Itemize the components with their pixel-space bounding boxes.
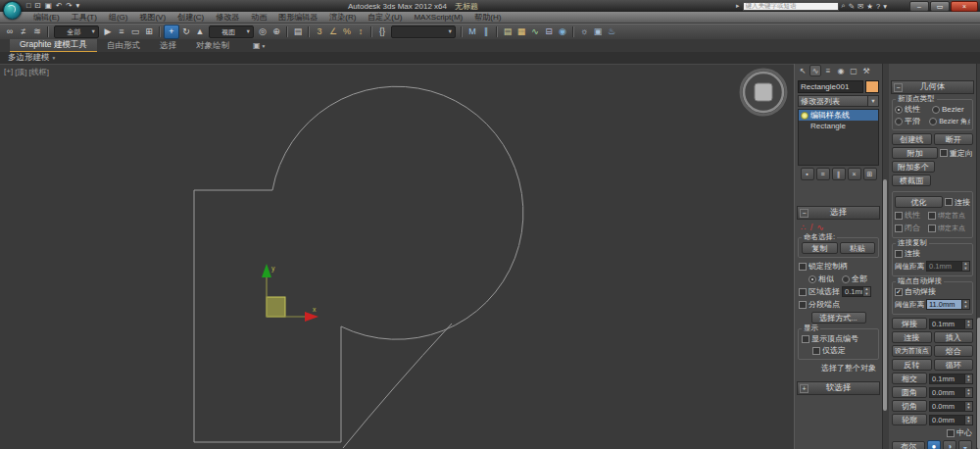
menu-item[interactable]: 渲染(R)	[323, 12, 362, 23]
right-column-scrollbar[interactable]	[976, 64, 980, 449]
vertex-type-bezier-corner-radio[interactable]	[929, 118, 937, 125]
redo-icon[interactable]: ↷	[66, 1, 72, 11]
refine-button[interactable]: 优化	[895, 196, 943, 208]
pin-stack-icon[interactable]: ▪	[801, 168, 814, 180]
paste-named-selection-button[interactable]: 粘贴	[840, 242, 876, 254]
modifier-stack-row[interactable]: 编辑样条线	[799, 110, 878, 121]
tab-display[interactable]: ▢	[848, 65, 859, 76]
menu-item[interactable]: 帮助(H)	[468, 12, 507, 23]
spinner-arrows[interactable]: ▴▾	[964, 388, 972, 397]
render-production-icon[interactable]: ♨ ▼	[605, 25, 618, 38]
scrollbar-thumb[interactable]	[883, 179, 887, 411]
fillet-button[interactable]: 圆角	[892, 386, 927, 398]
viewport-menu-pov[interactable]: [顶]	[15, 67, 26, 77]
use-pivot-point-center-icon[interactable]: ◎ ▼	[256, 25, 270, 38]
selected-only-checkbox[interactable]	[812, 347, 820, 355]
toolbar-separator[interactable]: ▼	[572, 26, 574, 37]
menu-item[interactable]: 动画	[245, 12, 272, 23]
align-icon[interactable]: ∥ ▼	[479, 25, 493, 38]
gizmo-y-arrowhead-icon[interactable]	[262, 264, 271, 277]
outline-center-checkbox[interactable]	[947, 429, 955, 437]
toolbar-separator[interactable]: ▼	[47, 26, 49, 37]
named-selection-sets-dropdown[interactable]: ▼	[391, 25, 456, 38]
material-editor-icon[interactable]: ◉ ▼	[556, 25, 569, 38]
menu-item[interactable]: 图形编辑器	[272, 12, 323, 23]
vertex-type-linear-radio[interactable]	[895, 106, 903, 114]
spinner-arrows[interactable]: ▴▾	[961, 262, 969, 271]
segment-sublevel-icon[interactable]: /	[810, 223, 813, 232]
vertex-type-smooth-radio[interactable]	[895, 118, 903, 125]
viewport-canvas[interactable]: y x	[0, 65, 794, 449]
boolean-intersection-icon[interactable]: ◒	[958, 440, 972, 449]
expand-icon[interactable]: +	[800, 384, 808, 393]
attach-multiple-button[interactable]: 附加多个	[892, 161, 935, 173]
window-crossing-toggle-icon[interactable]: ⊞ ▼	[142, 25, 156, 38]
connect-copy-checkbox[interactable]	[895, 250, 903, 258]
close-button[interactable]: ×	[951, 1, 978, 12]
copy-named-selection-button[interactable]: 复制	[802, 242, 838, 254]
application-button[interactable]	[3, 1, 22, 20]
favorites-icon[interactable]: ★	[866, 2, 873, 11]
bind-first-checkbox[interactable]	[928, 212, 936, 220]
lock-handles-checkbox[interactable]	[799, 263, 807, 271]
graphite-ribbon-toggle-icon[interactable]: ▦ ▼	[514, 25, 528, 38]
bind-to-space-warp-icon[interactable]: ≋ ▼	[30, 25, 44, 38]
minimize-button[interactable]: –	[909, 1, 929, 12]
boolean-union-icon[interactable]: ●	[927, 440, 941, 449]
collapse-icon[interactable]: −	[800, 209, 808, 218]
area-selection-spinner[interactable]: 0.1mm ▴▾	[842, 286, 871, 297]
toolbar-separator[interactable]: ▼	[370, 26, 372, 37]
modifier-stack-row[interactable]: Rectangle	[799, 121, 878, 131]
menu-item[interactable]: 编辑(E)	[27, 12, 66, 23]
modifier-list-dropdown[interactable]: 修改器列表 ▼	[798, 95, 879, 107]
outline-spinner[interactable]: 0.0mm ▴▾	[929, 415, 973, 425]
break-button[interactable]: 断开	[934, 133, 974, 145]
collapse-icon[interactable]: −	[894, 83, 903, 92]
infocenter-toggle-icon[interactable]: ▸	[736, 2, 740, 10]
auto-weld-threshold-spinner[interactable]: 11.0mm ▴▾	[926, 299, 970, 310]
keyboard-shortcut-override-icon[interactable]: ▤ ▼	[291, 25, 305, 38]
panel-flyout-caret-icon[interactable]: ▾	[53, 55, 56, 61]
edit-named-selection-sets-icon[interactable]: {} ▼	[375, 25, 389, 38]
ribbon-tab[interactable]: 选择	[150, 39, 186, 52]
restore-button[interactable]: ▭	[930, 1, 950, 12]
viewport-menu-shading[interactable]: [线框]	[29, 67, 49, 77]
connect-copy-threshold-spinner[interactable]: 0.1mm ▴▾	[926, 261, 970, 272]
menu-item[interactable]: 自定义(U)	[362, 12, 408, 23]
viewport-menu-general[interactable]: [+]	[4, 67, 13, 77]
select-and-link-icon[interactable]: ∞ ▼	[3, 25, 17, 38]
modifier-visibility-bulb-icon[interactable]	[801, 112, 808, 120]
spinner-arrows[interactable]: ▴▾	[862, 287, 870, 296]
viewcube[interactable]	[741, 70, 786, 115]
cross-section-button[interactable]: 横截面	[892, 175, 931, 186]
reference-coordinate-dropdown[interactable]: 视图 ▼	[209, 25, 254, 38]
gizmo-x-arrowhead-icon[interactable]	[305, 312, 318, 322]
spinner-arrows[interactable]: ▴▾	[961, 300, 969, 309]
spinner-arrows[interactable]: ▴▾	[964, 374, 972, 383]
search-icon[interactable]: ⌕	[842, 1, 846, 11]
unlink-selection-icon[interactable]: ≠ ▼	[17, 25, 30, 38]
subscription-center-icon[interactable]: ✎	[849, 2, 855, 11]
fillet-spinner[interactable]: 0.0mm ▴▾	[929, 387, 973, 398]
spline-sublevel-icon[interactable]: ∿	[816, 223, 824, 232]
ribbon-options-caret-icon[interactable]: ▾	[263, 43, 266, 49]
rectangular-selection-region-icon[interactable]: ▭ ▼	[128, 25, 142, 38]
new-scene-icon[interactable]: □	[26, 1, 31, 11]
spinner-arrows[interactable]: ▴▾	[964, 416, 972, 424]
undo-icon[interactable]: ↶	[56, 1, 62, 11]
layer-manager-icon[interactable]: ▤ ▼	[501, 25, 514, 38]
auto-weld-checkbox[interactable]: ✓	[895, 288, 903, 296]
tab-modify[interactable]: ∿	[809, 65, 821, 76]
select-and-rotate-icon[interactable]: ↻ ▼	[179, 25, 193, 38]
area-selection-checkbox[interactable]	[799, 288, 807, 296]
snap-toggle-3d-icon[interactable]: 3 ▼	[313, 25, 326, 38]
polygon-modeling-panel-label[interactable]: 多边形建模	[8, 52, 50, 64]
modifier-stack[interactable]: 编辑样条线 Rectangle	[798, 109, 879, 166]
schematic-view-icon[interactable]: ⊟ ▼	[542, 25, 556, 38]
select-by-button[interactable]: 选择方式...	[811, 312, 866, 324]
select-and-manipulate-icon[interactable]: ⊕ ▼	[270, 25, 283, 38]
boolean-button[interactable]: 布尔	[892, 441, 925, 449]
create-line-button[interactable]: 创建线	[892, 133, 932, 145]
select-and-scale-icon[interactable]: ▲ ▼	[193, 25, 207, 38]
cycle-button[interactable]: 循环	[934, 359, 974, 371]
